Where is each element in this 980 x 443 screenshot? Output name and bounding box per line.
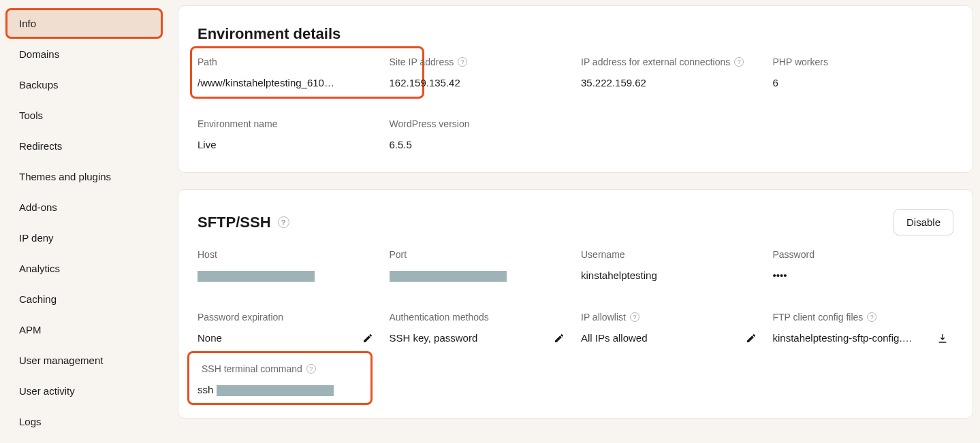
field-value: All IPs allowed [581,332,648,344]
sidebar-item-user-management[interactable]: User management [7,346,161,374]
password-field: Password •••• [773,249,954,282]
download-icon[interactable] [937,333,948,344]
sidebar-item-label: Info [19,18,36,29]
sidebar-item-tools[interactable]: Tools [7,101,161,129]
field-value: kinstahelptesting-sftp-config.… [773,332,913,344]
external-ip-field: IP address for external connections? 35.… [581,56,762,88]
field-value: None [197,332,222,344]
redacted-value [197,271,315,282]
edit-icon[interactable] [362,333,373,344]
disable-button[interactable]: Disable [894,209,953,235]
sidebar-item-info[interactable]: Info [7,10,161,37]
sidebar-item-label: Logs [19,416,42,427]
field-label: Password expiration [197,312,283,323]
field-value: Live [197,139,379,150]
field-value: /www/kinstahelptesting_610… [197,77,379,88]
field-value: SSH key, password [390,332,478,344]
help-icon[interactable]: ? [278,216,289,228]
auth-methods-field: Authentication methods SSH key, password [390,312,571,344]
sidebar-item-backups[interactable]: Backups [7,71,161,99]
sidebar-item-add-ons[interactable]: Add-ons [7,193,161,221]
field-label: PHP workers [773,56,828,67]
sidebar-item-analytics[interactable]: Analytics [7,255,161,282]
field-value: ssh [197,384,334,396]
ftp-config-field: FTP client config files? kinstahelptesti… [773,312,954,344]
sidebar-item-label: Analytics [19,263,60,274]
wp-version-field: WordPress version 6.5.5 [390,118,571,150]
sidebar-item-label: Domains [19,48,59,60]
sidebar-item-label: IP deny [19,232,54,244]
field-label: Path [197,56,217,67]
field-value: kinstahelptesting [581,269,762,281]
field-label: SSH terminal command? [197,363,316,374]
sidebar-item-label: Themes and plugins [19,171,111,182]
card-title: Environment details [197,25,341,43]
sidebar-item-label: User management [19,355,103,366]
sidebar-item-redirects[interactable]: Redirects [7,132,161,160]
field-value: 6 [773,77,954,88]
redacted-value [217,385,334,396]
environment-details-card: Environment details Path /www/kinstahelp… [178,5,973,173]
field-value: 162.159.135.42 [390,77,571,88]
sidebar-item-apm[interactable]: APM [7,316,161,344]
field-label: Host [197,249,217,260]
ip-allowlist-field: IP allowlist? All IPs allowed [581,312,762,344]
port-field: Port [390,249,571,282]
card-title: SFTP/SSH? [197,214,289,231]
field-value [390,269,571,282]
sftp-ssh-card: SFTP/SSH? Disable Host Port Username kin… [178,189,973,419]
sidebar: Info Domains Backups Tools Redirects The… [0,0,168,443]
sidebar-item-label: Backups [19,79,59,91]
sidebar-item-label: Redirects [19,140,62,152]
edit-icon[interactable] [554,333,565,344]
username-field: Username kinstahelptesting [581,249,762,282]
field-label: FTP client config files? [773,312,877,323]
edit-icon[interactable] [746,333,757,344]
sidebar-item-label: Tools [19,110,43,121]
field-value [197,269,379,282]
field-label: IP allowlist? [581,312,639,323]
field-label: IP address for external connections? [581,56,744,67]
site-ip-field: Site IP address? 162.159.135.42 [390,56,571,88]
sidebar-item-label: Add-ons [19,201,57,213]
main-content: Environment details Path /www/kinstahelp… [168,0,980,443]
help-icon[interactable]: ? [306,364,316,374]
env-path-field: Path /www/kinstahelptesting_610… [195,51,420,94]
field-label: Port [390,249,407,260]
sidebar-item-ip-deny[interactable]: IP deny [7,224,161,252]
help-icon[interactable]: ? [630,312,639,322]
sidebar-item-label: User activity [19,385,75,397]
field-label: Username [581,249,625,260]
field-value: 35.222.159.62 [581,77,762,88]
redacted-value [390,271,507,282]
help-icon[interactable]: ? [867,312,876,322]
host-field: Host [197,249,379,282]
field-value: •••• [773,269,954,281]
php-workers-field: PHP workers 6 [773,56,954,88]
sidebar-item-label: Caching [19,293,57,305]
sidebar-item-user-activity[interactable]: User activity [7,377,161,405]
ssh-terminal-command-field: SSH terminal command? ssh [192,356,368,400]
help-icon[interactable]: ? [458,57,467,67]
sidebar-item-caching[interactable]: Caching [7,285,161,313]
sidebar-item-themes-plugins[interactable]: Themes and plugins [7,163,161,191]
sidebar-item-domains[interactable]: Domains [7,40,161,68]
field-label: Site IP address? [390,56,468,67]
field-value: 6.5.5 [390,139,571,150]
help-icon[interactable]: ? [734,57,744,67]
sidebar-item-label: APM [19,324,42,335]
field-label: Authentication methods [390,312,489,323]
env-name-field: Environment name Live [197,118,379,150]
field-label: Environment name [197,118,278,129]
field-label: WordPress version [390,118,470,129]
password-expiration-field: Password expiration None [197,312,379,344]
sidebar-item-logs[interactable]: Logs [7,408,161,436]
field-label: Password [773,249,815,260]
